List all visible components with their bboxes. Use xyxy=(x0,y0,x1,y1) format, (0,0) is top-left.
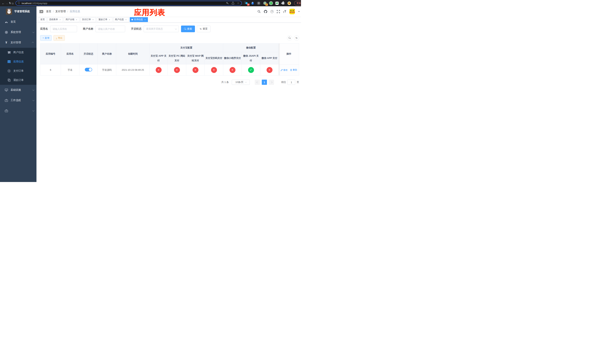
edit-link[interactable]: 修改 xyxy=(281,68,288,72)
page-size-select[interactable]: 10条/页 xyxy=(232,80,250,85)
monitor-icon xyxy=(5,88,8,92)
cell-wechat-mini: × xyxy=(223,64,242,75)
forward-icon[interactable]: → xyxy=(5,1,8,5)
sidebar-item-system[interactable]: 系统管理 xyxy=(0,27,36,37)
close-icon[interactable]: × xyxy=(144,18,146,21)
refresh-icon: ↻ xyxy=(200,28,202,30)
close-icon[interactable]: × xyxy=(59,18,61,21)
delete-link[interactable]: 删除 xyxy=(290,68,297,72)
top-navbar: 首页 / 支付管理 / 应用信息 应用列表 ? TT xyxy=(36,6,301,17)
user-avatar[interactable] xyxy=(289,9,295,14)
avatar-caret-icon[interactable] xyxy=(298,11,300,13)
enabled-toggle[interactable] xyxy=(85,68,92,72)
sidebar-item-infrastructure[interactable]: 基础设施 xyxy=(0,85,36,95)
search-icon[interactable] xyxy=(258,10,261,13)
share-icon[interactable] xyxy=(232,2,234,5)
status-icon: × xyxy=(193,67,198,73)
next-page-button[interactable] xyxy=(269,80,274,85)
chevron-down-icon xyxy=(32,99,34,101)
sidebar-toggle-icon[interactable] xyxy=(39,10,43,13)
goto-page-input[interactable] xyxy=(288,80,295,85)
sidebar-item-payment-orders[interactable]: ¥ 支付订单 xyxy=(0,66,36,75)
tab-refund-orders[interactable]: 退款订单× xyxy=(97,17,112,22)
close-icon[interactable]: × xyxy=(125,18,127,21)
tab-label: 用户分组 xyxy=(65,18,75,21)
prev-page-button[interactable] xyxy=(255,80,260,85)
tab-merchant-info[interactable]: 商户信息× xyxy=(113,17,129,22)
app-name-input[interactable] xyxy=(50,26,77,32)
app-logo[interactable]: 芋道管理系统 xyxy=(0,6,36,17)
close-icon[interactable]: × xyxy=(92,18,94,21)
search-button[interactable]: 搜索 xyxy=(181,26,195,32)
github-icon[interactable] xyxy=(264,10,267,13)
extensions-puzzle-icon[interactable] xyxy=(281,1,285,5)
site-info-icon[interactable]: ⓘ xyxy=(18,1,20,5)
col-status: 开启状态 xyxy=(79,43,98,64)
extension-y-icon[interactable]: Y xyxy=(269,1,273,5)
extension-badge: 10 xyxy=(247,3,249,6)
extensions-area: 10 ⌘ 1 Y xyxy=(245,1,291,5)
sidebar-item-payment[interactable]: ¥ 支付管理 xyxy=(0,37,36,48)
reload-icon[interactable]: ↻ xyxy=(9,1,11,5)
extension-diamond-icon[interactable]: 10 xyxy=(245,1,248,5)
col-created: 创建时间 xyxy=(116,43,150,64)
toolbox-icon xyxy=(5,109,8,112)
show-search-button[interactable] xyxy=(287,35,292,41)
breadcrumb-payment[interactable]: 支付管理 xyxy=(55,10,66,13)
extension-balloon-icon[interactable] xyxy=(251,1,255,5)
profile-emoji-icon[interactable] xyxy=(288,1,291,5)
edit-label: 修改 xyxy=(283,68,288,72)
cell-alipay-qr: × xyxy=(205,64,223,75)
dashboard-icon xyxy=(5,20,8,23)
col-wechat-mini: 微信小程序支付 xyxy=(223,52,242,64)
help-icon[interactable]: ? xyxy=(270,10,274,13)
status-icon: × xyxy=(211,67,217,73)
tab-label: 退款订单 xyxy=(98,18,107,21)
sidebar-item-app-info[interactable]: 应用信息 xyxy=(0,57,36,66)
merchant-name-input[interactable] xyxy=(96,26,125,32)
font-size-icon[interactable]: TT xyxy=(283,10,286,13)
cell-wechat-app: × xyxy=(260,64,279,75)
reset-button[interactable]: ↻ 重置 xyxy=(197,26,210,32)
tab-process-form[interactable]: 流程表单× xyxy=(47,17,63,22)
sidebar-item-label: 支付管理 xyxy=(11,41,32,44)
col-alipay-app: 支付宝 APP 支付 xyxy=(150,52,168,64)
extension-chat-icon[interactable] xyxy=(275,1,279,5)
extension-recorder-icon[interactable]: 1 xyxy=(263,1,267,5)
close-icon[interactable]: × xyxy=(108,18,111,21)
fullscreen-icon[interactable] xyxy=(277,10,280,13)
address-bar[interactable]: ⓘ localhost:1024/pay/app ☆ xyxy=(16,1,242,6)
active-dot-icon xyxy=(131,19,133,20)
sidebar-item-home[interactable]: 首页 xyxy=(0,17,36,27)
sidebar-item-label: 支付订单 xyxy=(13,69,34,73)
app-table: 应用编号 应用名 开启状态 商户名称 创建时间 支付宝配置 微信配置 操作 支付… xyxy=(40,43,299,75)
export-button[interactable]: ↓ 导出 xyxy=(54,35,65,41)
tab-home[interactable]: 首页 xyxy=(39,17,46,22)
page-1-button[interactable]: 1 xyxy=(262,80,267,85)
bookmark-star-icon[interactable]: ☆ xyxy=(237,1,239,5)
sidebar-item-label: 首页 xyxy=(11,20,34,23)
tab-payment-orders[interactable]: 支付订单× xyxy=(80,17,96,22)
breadcrumb-home[interactable]: 首页 xyxy=(46,10,51,13)
browser-update-button[interactable]: 更新 xyxy=(294,1,301,6)
add-button[interactable]: + 新增 xyxy=(40,35,52,41)
sidebar-item-refund-orders[interactable]: 退款订单 xyxy=(0,75,36,85)
refresh-table-button[interactable]: ↻ xyxy=(294,35,299,41)
status-select[interactable]: 请选择开启状态 xyxy=(144,26,179,32)
cell-created: 2021-10-23 08:49:25 xyxy=(116,64,150,75)
back-icon[interactable]: ← xyxy=(2,1,5,5)
plus-icon: + xyxy=(43,37,44,39)
sidebar-item-dev-tools[interactable]: 工作流程 xyxy=(0,95,36,106)
tab-app-info[interactable]: 应用信息× xyxy=(130,17,148,22)
tab-user-group[interactable]: 用户分组× xyxy=(64,17,79,22)
extension-command-icon[interactable]: ⌘ xyxy=(257,1,261,5)
password-key-icon[interactable] xyxy=(226,2,229,5)
table-toolbar: + 新增 ↓ 导出 ↻ xyxy=(40,35,299,41)
home-icon[interactable]: ⌂ xyxy=(12,1,14,5)
sidebar-item-workflow[interactable] xyxy=(0,106,36,116)
sidebar-item-merchant-info[interactable]: 商户信息 xyxy=(0,48,36,57)
toolbox-icon xyxy=(5,99,8,102)
close-icon[interactable]: × xyxy=(75,18,78,21)
cell-alipay-wap: × xyxy=(186,64,205,75)
extension-badge: 1 xyxy=(266,3,268,6)
